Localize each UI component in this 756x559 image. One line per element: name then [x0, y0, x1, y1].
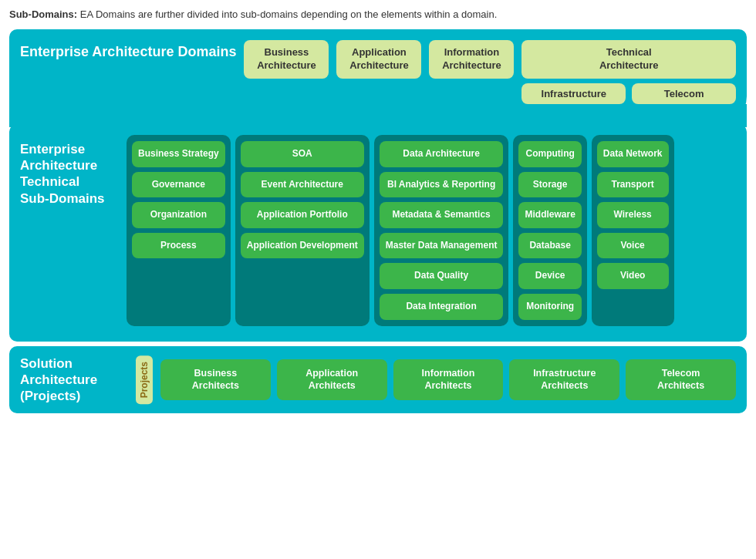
voice-item: Voice: [597, 233, 669, 259]
information-architecture-box: InformationArchitecture: [429, 40, 514, 79]
business-architecture-box: BusinessArchitecture: [244, 40, 329, 79]
application-development-item: Application Development: [241, 233, 364, 259]
middleware-item: Middleware: [518, 202, 581, 228]
bi-analytics-item: BI Analytics & Reporting: [380, 172, 504, 198]
ea-domains-section: Enterprise Architecture Domains Business…: [9, 29, 747, 127]
middle-inner: EnterpriseArchitectureTechnicalSub-Domai…: [20, 135, 736, 326]
technical-arch-sub: Infrastructure Telecom: [521, 83, 736, 104]
subtitle-text: EA Domains are further divided into sub-…: [77, 8, 497, 20]
solution-architecture-section: SolutionArchitecture(Projects) Projects …: [9, 346, 747, 414]
business-strategy-item: Business Strategy: [132, 141, 225, 167]
telecom-architects-item: TelecomArchitects: [626, 359, 736, 401]
organization-item: Organization: [132, 202, 225, 228]
middle-section: EnterpriseArchitectureTechnicalSub-Domai…: [9, 124, 747, 342]
data-architecture-item: Data Architecture: [380, 141, 504, 167]
data-quality-item: Data Quality: [380, 263, 504, 289]
wireless-item: Wireless: [597, 202, 669, 228]
infrastructure-architects-item: InfrastructureArchitects: [509, 359, 619, 401]
data-integration-item: Data Integration: [380, 294, 504, 320]
business-subdomain-col: Business Strategy Governance Organizatio…: [127, 135, 231, 326]
technical-architecture-group: TechnicalArchitecture Infrastructure Tel…: [521, 40, 736, 104]
application-architecture-box: ApplicationArchitecture: [336, 40, 421, 79]
database-item: Database: [518, 233, 581, 259]
infrastructure-subdomain-col: Computing Storage Middleware Database De…: [513, 135, 586, 326]
data-network-item: Data Network: [597, 141, 669, 167]
event-architecture-item: Event Architecture: [241, 172, 364, 198]
sub-domains-grid: Business Strategy Governance Organizatio…: [127, 135, 736, 326]
application-subdomain-col: SOA Event Architecture Application Portf…: [235, 135, 370, 326]
metadata-semantics-item: Metadata & Semantics: [380, 202, 504, 228]
video-item: Video: [597, 263, 669, 289]
ea-top-row: Enterprise Architecture Domains Business…: [20, 40, 736, 104]
solution-architecture-label: SolutionArchitecture(Projects): [20, 355, 128, 405]
device-item: Device: [518, 263, 581, 289]
subtitle: Sub-Domains: EA Domains are further divi…: [9, 8, 747, 22]
information-subdomain-col: Data Architecture BI Analytics & Reporti…: [374, 135, 509, 326]
storage-item: Storage: [518, 172, 581, 198]
projects-label: Projects: [136, 355, 153, 404]
domain-boxes: BusinessArchitecture ApplicationArchitec…: [244, 40, 736, 104]
monitoring-item: Monitoring: [518, 294, 581, 320]
subtitle-bold: Sub-Domains:: [9, 8, 77, 20]
business-architects-item: BusinessArchitects: [160, 359, 271, 401]
computing-item: Computing: [518, 141, 581, 167]
master-data-item: Master Data Management: [380, 233, 504, 259]
ea-domains-label: Enterprise Architecture Domains: [20, 40, 236, 61]
process-item: Process: [132, 233, 225, 259]
transport-item: Transport: [597, 172, 669, 198]
application-portfolio-item: Application Portfolio: [241, 202, 364, 228]
technical-subdomains-label: EnterpriseArchitectureTechnicalSub-Domai…: [20, 135, 120, 207]
governance-item: Governance: [132, 172, 225, 198]
telecom-subdomain-col: Data Network Transport Wireless Voice Vi…: [592, 135, 674, 326]
soa-item: SOA: [241, 141, 364, 167]
information-architects-item: InformationArchitects: [393, 359, 504, 401]
application-architects-item: ApplicationArchitects: [277, 359, 387, 401]
page-wrapper: Sub-Domains: EA Domains are further divi…: [0, 0, 756, 421]
telecom-box: Telecom: [632, 83, 736, 104]
solution-items: BusinessArchitects ApplicationArchitects…: [160, 359, 736, 401]
infrastructure-box: Infrastructure: [521, 83, 626, 104]
technical-architecture-box: TechnicalArchitecture: [521, 40, 736, 79]
